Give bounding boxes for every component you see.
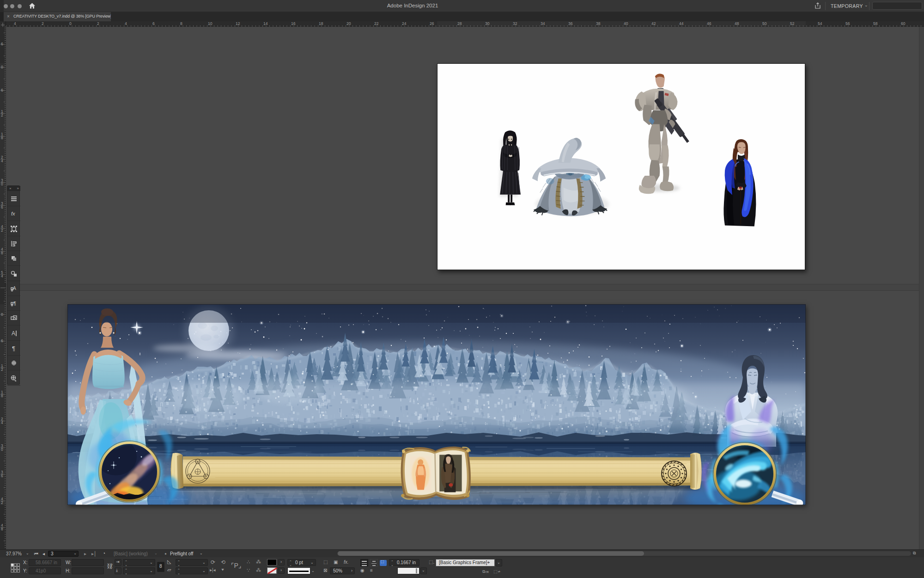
svg-text:0: 0 — [1, 65, 3, 69]
svg-text:24: 24 — [402, 21, 407, 26]
svg-text:4: 4 — [1, 159, 3, 163]
svg-text:A: A — [13, 286, 16, 291]
svg-text:54: 54 — [818, 21, 822, 26]
svg-text:14: 14 — [263, 21, 268, 26]
svg-text:8: 8 — [1, 135, 3, 140]
svg-text:36: 36 — [568, 21, 573, 26]
svg-text:50: 50 — [762, 21, 767, 26]
svg-text:46: 46 — [707, 21, 711, 26]
svg-text:10: 10 — [208, 21, 213, 26]
svg-text:4: 4 — [1, 420, 3, 425]
svg-text:48: 48 — [735, 21, 739, 26]
svg-text:2: 2 — [42, 21, 44, 26]
svg-text:34: 34 — [541, 21, 545, 26]
svg-text:2: 2 — [1, 367, 3, 372]
svg-text:4: 4 — [125, 21, 127, 26]
svg-text:12: 12 — [236, 21, 240, 26]
svg-text:A: A — [12, 330, 15, 337]
svg-text:22: 22 — [374, 21, 379, 26]
svg-text:2: 2 — [1, 228, 3, 233]
svg-text:0: 0 — [1, 182, 3, 186]
svg-text:¶: ¶ — [13, 301, 16, 306]
svg-text:2: 2 — [1, 500, 3, 505]
svg-text:6: 6 — [1, 88, 3, 92]
svg-text:18: 18 — [319, 21, 323, 26]
svg-text:0: 0 — [69, 21, 72, 26]
svg-text:52: 52 — [790, 21, 795, 26]
svg-text:44: 44 — [679, 21, 684, 26]
svg-text:6: 6 — [1, 205, 3, 209]
svg-text:38: 38 — [596, 21, 601, 26]
svg-text:8: 8 — [1, 394, 3, 398]
svg-text:6: 6 — [152, 21, 155, 26]
svg-text:40: 40 — [624, 21, 628, 26]
svg-text:30: 30 — [485, 21, 490, 26]
svg-text:4: 4 — [14, 21, 16, 26]
svg-text:26: 26 — [430, 21, 434, 26]
svg-text:20: 20 — [346, 21, 351, 26]
svg-text:fx: fx — [11, 211, 15, 216]
svg-text:2: 2 — [1, 113, 3, 117]
svg-text:56: 56 — [845, 21, 850, 26]
svg-text:4: 4 — [1, 274, 3, 278]
svg-text:58: 58 — [873, 21, 878, 26]
svg-text:8: 8 — [1, 527, 3, 531]
svg-text:42: 42 — [651, 21, 656, 26]
svg-text:¶: ¶ — [12, 345, 15, 352]
svg-text:6: 6 — [1, 338, 3, 343]
svg-text:2: 2 — [97, 21, 99, 26]
svg-text:32: 32 — [513, 21, 517, 26]
svg-text:0: 0 — [1, 312, 3, 317]
svg-text:0: 0 — [1, 447, 3, 452]
svg-text:16: 16 — [291, 21, 296, 26]
svg-text:6: 6 — [1, 473, 3, 478]
svg-text:8: 8 — [1, 251, 3, 255]
svg-text:60: 60 — [901, 21, 906, 26]
svg-text:8: 8 — [180, 21, 182, 26]
svg-text:28: 28 — [457, 21, 462, 26]
svg-text:6: 6 — [1, 42, 3, 46]
